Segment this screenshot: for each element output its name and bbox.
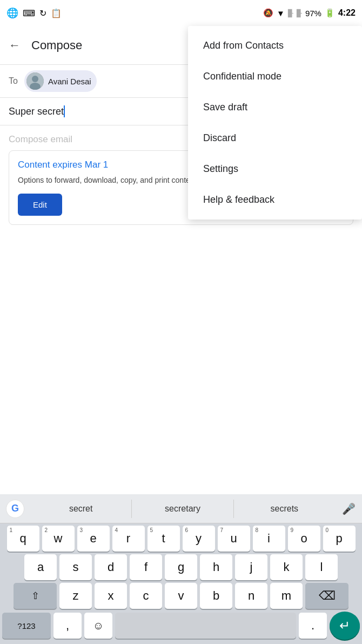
menu-item-add-from-contacts[interactable]: Add from Contacts [188,30,362,61]
dropdown-menu: Add from Contacts Confidential mode Save… [188,26,362,220]
keyboard-icon: ⌨ [23,8,35,18]
clipboard-icon: 📋 [51,8,62,18]
status-bar-left: 🌐 ⌨ ↻ 📋 [6,7,62,19]
wifi-icon: ▼ [277,9,285,18]
menu-item-confidential-mode[interactable]: Confidential mode [188,61,362,92]
status-bar-right: 🔕 ▼ ▊ ▊ 97% 🔋 4:22 [263,8,356,18]
status-bar: 🌐 ⌨ ↻ 📋 🔕 ▼ ▊ ▊ 97% 🔋 4:22 [0,0,362,26]
sync-icon: ↻ [39,8,46,18]
menu-item-settings[interactable]: Settings [188,154,362,184]
signal-icon2: ▊ [297,9,302,17]
menu-item-help-feedback[interactable]: Help & feedback [188,184,362,215]
signal-icon: ▊ [288,9,293,17]
menu-item-save-draft[interactable]: Save draft [188,92,362,123]
battery-icon: 🔋 [325,8,335,18]
bell-icon: 🔕 [263,8,273,18]
time-display: 4:22 [338,8,356,18]
battery-percent: 97% [305,9,321,18]
globe-icon: 🌐 [6,7,18,19]
menu-item-discard[interactable]: Discard [188,123,362,154]
